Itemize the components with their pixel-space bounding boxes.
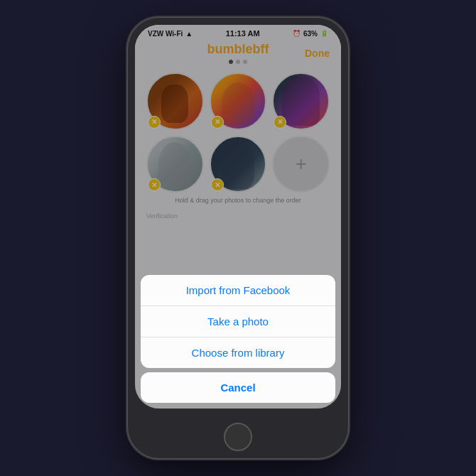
phone-bottom [128,416,348,458]
import-facebook-button[interactable]: Import from Facebook [141,275,335,305]
screen: VZW Wi-Fi ▲ 11:13 AM ⏰ 63% 🔋 bumblebff [135,25,341,409]
cancel-button[interactable]: Cancel [141,372,335,403]
take-photo-button[interactable]: Take a photo [141,305,335,337]
home-button[interactable] [224,423,252,451]
action-sheet: Import from Facebook Take a photo Choose… [135,275,341,409]
choose-library-button[interactable]: Choose from library [141,337,335,368]
action-group-main: Import from Facebook Take a photo Choose… [141,275,335,368]
phone-frame: VZW Wi-Fi ▲ 11:13 AM ⏰ 63% 🔋 bumblebff [128,18,348,458]
